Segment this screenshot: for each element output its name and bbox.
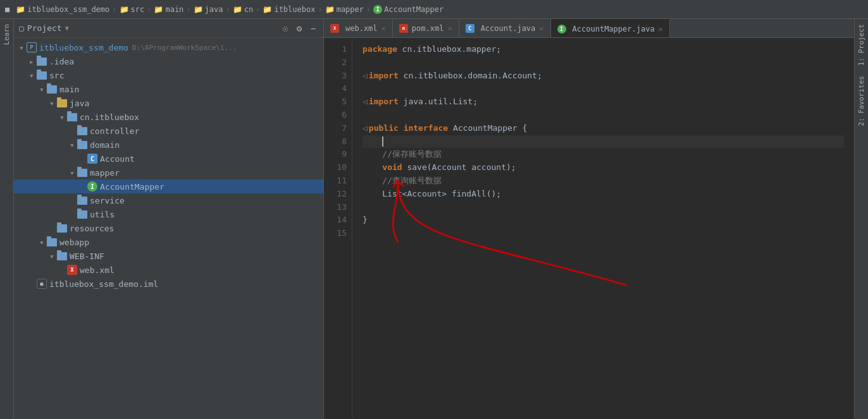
tree-label-account: Account: [100, 154, 135, 164]
line-num-2: 2: [324, 56, 347, 70]
tab-pomxml[interactable]: m pom.xml ✕: [393, 19, 459, 37]
tree-label-utils: utils: [90, 210, 115, 219]
folder-icon-utils: [77, 210, 87, 219]
sidebar-learn-tab[interactable]: Learn: [1, 19, 13, 50]
tree-item-account[interactable]: C Account: [14, 152, 323, 166]
line-num-9: 9: [324, 148, 347, 161]
breadcrumb-sep-3: ›: [186, 5, 190, 14]
editor-area: X web.xml ✕ m pom.xml ✕ C Account.java ✕…: [324, 19, 854, 419]
tree-label-project: itbluebox_ssm_demo: [39, 43, 128, 52]
tab-accountjava[interactable]: C Account.java ✕: [459, 19, 551, 37]
code-line-9: //保存账号数据: [363, 148, 844, 161]
breadcrumb-mapper: 📁 mapper: [325, 5, 364, 14]
line-num-13: 13: [324, 201, 347, 214]
tree-label-service: service: [90, 196, 125, 205]
code-line-13: [363, 201, 844, 214]
title-bar: ■ 📁 itbluebox_ssm_demo › 📁 src › 📁 main …: [0, 0, 868, 19]
tree-item-webinf[interactable]: WEB-INF: [14, 249, 323, 263]
kw-import-1: import: [369, 70, 399, 83]
folder-icon-itbluebox: 📁: [263, 5, 272, 14]
folder-icon-java: [57, 99, 67, 107]
tab-close-accountmapper[interactable]: ✕: [659, 25, 663, 33]
folder-icon-src: [37, 71, 47, 80]
tree-item-service[interactable]: service: [14, 193, 323, 207]
tree-label-mapper: mapper: [90, 168, 120, 178]
tab-icon-accountmapper: I: [557, 25, 566, 33]
arrow-cnitbluebox: [57, 112, 67, 122]
folder-icon-cnitbluebox: [67, 113, 77, 121]
tree-item-domain[interactable]: domain: [14, 138, 323, 152]
folder-icon-main: [47, 85, 57, 94]
kw-void: void: [382, 161, 402, 174]
line-num-15: 15: [324, 227, 347, 240]
tree-item-java[interactable]: java: [14, 96, 323, 110]
panel-dropdown-icon[interactable]: ▼: [65, 25, 69, 32]
breadcrumb-accountmapper: I AccountMapper: [373, 5, 443, 14]
tree-item-src[interactable]: src: [14, 68, 323, 82]
tree-item-webapp[interactable]: webapp: [14, 235, 323, 249]
interface-i-icon: I: [87, 181, 97, 191]
minimize-icon[interactable]: −: [308, 23, 318, 33]
globe-icon[interactable]: ☉: [280, 23, 290, 33]
folder-icon-controller: [77, 127, 87, 135]
settings-icon[interactable]: ⚙: [294, 23, 304, 33]
kw-public: public: [369, 122, 399, 135]
tab-accountmapper[interactable]: I AccountMapper.java ✕: [551, 19, 670, 37]
collapse-icon-7: ◁: [363, 122, 368, 135]
code-line-12: List<Account> findAll();: [363, 188, 844, 201]
breadcrumb-sep-5: ›: [256, 5, 260, 14]
code-line-10: void save(Account account);: [363, 161, 844, 174]
tree-item-accountmapper[interactable]: I AccountMapper: [14, 179, 323, 193]
line-num-10: 10: [324, 161, 347, 174]
arrow-idea: [27, 57, 37, 66]
code-line-11: //查询账号数据: [363, 174, 844, 188]
tab-label-accountmapper: AccountMapper.java: [573, 25, 655, 33]
code-line-3: ◁ import cn.itbluebox.domain.Account;: [363, 70, 844, 83]
sidebar-favorites-tab[interactable]: 2: Favorites: [855, 71, 867, 131]
tab-close-pomxml[interactable]: ✕: [447, 24, 452, 33]
tree-label-java: java: [70, 99, 89, 108]
breadcrumb-itbluebox: 📁 itbluebox: [263, 5, 315, 14]
tree-label-src: src: [49, 71, 64, 80]
code-editor[interactable]: package cn.itbluebox.mapper; ◁ import cn…: [352, 38, 854, 419]
editor-content: 1 2 3 4 5 6 7 8 9 10 11 12 13 14 15 pa: [324, 38, 854, 419]
tree-label-idea: .idea: [49, 57, 74, 66]
breadcrumb-sep-1: ›: [112, 5, 116, 14]
tree-item-resources[interactable]: resources: [14, 221, 323, 235]
folder-icon-mapper: 📁: [325, 5, 335, 14]
breadcrumb-sep-7: ›: [366, 5, 371, 14]
iml-icon: ■: [37, 279, 47, 289]
tree-item-cnitbluebox[interactable]: cn.itbluebox: [14, 110, 323, 124]
line-num-11: 11: [324, 174, 347, 188]
class-c-icon: C: [87, 154, 97, 164]
tree-item-utils[interactable]: utils: [14, 207, 323, 221]
tree-item-idea[interactable]: .idea: [14, 54, 323, 68]
tab-webxml[interactable]: X web.xml ✕: [324, 19, 393, 37]
tree-item-main[interactable]: main: [14, 82, 323, 96]
line-num-12: 12: [324, 188, 347, 201]
folder-icon-webapp: [47, 238, 57, 246]
sidebar-project-tab[interactable]: 1: Project: [855, 19, 867, 71]
sidebar-left: Learn: [0, 19, 14, 419]
tree-label-accountmapper: AccountMapper: [100, 182, 164, 191]
folder-icon-service: [77, 197, 87, 205]
code-line-8: [363, 135, 844, 149]
code-line-4: [363, 82, 844, 95]
tree-item-controller[interactable]: controller: [14, 124, 323, 138]
kw-package: package: [363, 43, 397, 56]
tab-label-pomxml: pom.xml: [412, 24, 444, 33]
tab-close-webxml[interactable]: ✕: [381, 24, 386, 33]
folder-icon-java: 📁: [194, 5, 203, 14]
tab-close-accountjava[interactable]: ✕: [539, 24, 543, 33]
tree-item-mapper[interactable]: mapper: [14, 166, 323, 179]
arrow-domain: [67, 140, 77, 150]
text-cursor: [382, 137, 383, 147]
tree-item-iml[interactable]: ■ itbluebox_ssm_demo.iml: [14, 277, 323, 291]
arrow-mapper: [67, 168, 77, 178]
tree-item-webxml[interactable]: X web.xml: [14, 263, 323, 277]
code-line-1: package cn.itbluebox.mapper;: [363, 43, 844, 56]
project-tree: P itbluebox_ssm_demo D:\AProgramWorkSpac…: [14, 38, 323, 419]
tree-item-project[interactable]: P itbluebox_ssm_demo D:\AProgramWorkSpac…: [14, 40, 323, 54]
code-line-6: [363, 109, 844, 122]
panel-title: ▢ Project ▼: [19, 23, 69, 33]
